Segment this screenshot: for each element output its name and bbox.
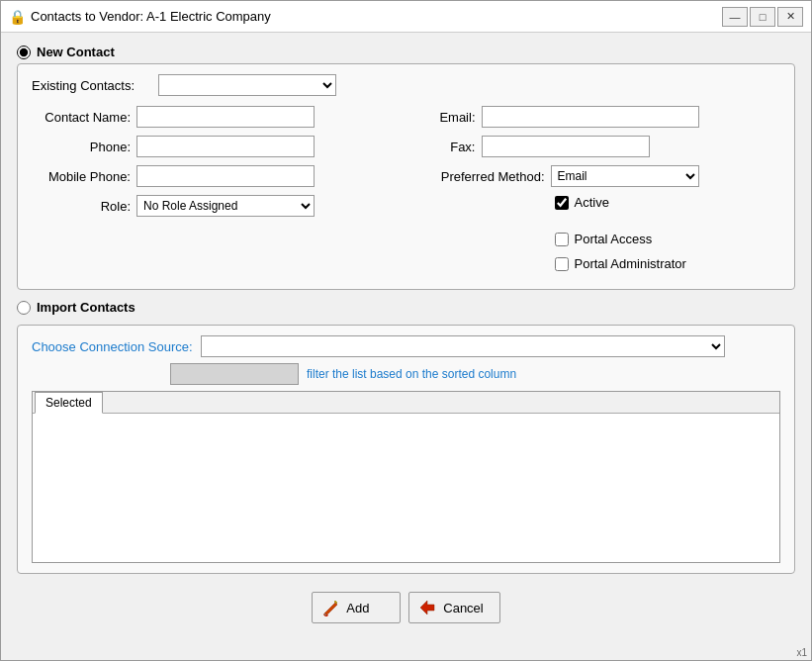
- maximize-button[interactable]: □: [750, 7, 775, 27]
- preferred-method-row: Preferred Method: Email Phone Fax Mail: [426, 165, 781, 187]
- portal-admin-row: Portal Administrator: [555, 256, 781, 271]
- form-layout: Contact Name: Phone: Mobile Phone:: [32, 106, 780, 275]
- fax-label: Fax:: [426, 140, 476, 154]
- minimize-button[interactable]: —: [722, 7, 748, 27]
- active-checkbox[interactable]: [555, 196, 569, 210]
- portal-access-label: Portal Access: [575, 232, 653, 246]
- portal-admin-checkbox[interactable]: [555, 257, 569, 271]
- email-row: Email:: [426, 106, 781, 128]
- cancel-icon: [417, 598, 437, 617]
- role-select[interactable]: No Role Assigned Manager Billing Technic…: [136, 195, 315, 217]
- active-row: Active: [555, 195, 781, 210]
- add-label: Add: [346, 601, 369, 615]
- filter-text: filter the list based on the sorted colu…: [307, 367, 516, 381]
- filter-input[interactable]: [170, 363, 299, 385]
- contact-name-row: Contact Name:: [32, 106, 387, 128]
- mobile-phone-input[interactable]: [136, 165, 315, 187]
- svg-marker-1: [324, 603, 337, 615]
- existing-contacts-select[interactable]: [158, 74, 336, 96]
- title-bar-left: 🔒 Contacts to Vendor: A-1 Electric Compa…: [9, 9, 271, 25]
- mobile-phone-row: Mobile Phone:: [32, 165, 387, 187]
- connection-source-label: Choose Connection Source:: [32, 339, 193, 354]
- import-table-area: Selected: [32, 391, 780, 563]
- preferred-method-select[interactable]: Email Phone Fax Mail: [551, 165, 699, 187]
- new-contact-section: New Contact Existing Contacts: Contact N…: [17, 45, 795, 290]
- role-row: Role: No Role Assigned Manager Billing T…: [32, 195, 387, 217]
- mobile-phone-label: Mobile Phone:: [32, 169, 131, 184]
- title-bar: 🔒 Contacts to Vendor: A-1 Electric Compa…: [1, 1, 811, 33]
- left-column: Contact Name: Phone: Mobile Phone:: [32, 106, 387, 275]
- portal-admin-label: Portal Administrator: [575, 256, 686, 271]
- main-window: 🔒 Contacts to Vendor: A-1 Electric Compa…: [0, 0, 812, 661]
- fax-input[interactable]: [482, 136, 650, 157]
- add-icon: [320, 598, 340, 617]
- button-row: Add Cancel: [17, 584, 795, 633]
- contact-name-input[interactable]: [136, 106, 315, 128]
- new-contact-box: Existing Contacts: Contact Name:: [17, 63, 795, 290]
- title-bar-controls: — □ ✕: [722, 7, 803, 27]
- main-content: New Contact Existing Contacts: Contact N…: [1, 33, 811, 645]
- phone-row: Phone:: [32, 136, 387, 157]
- new-contact-radio[interactable]: [17, 46, 31, 59]
- table-content: [33, 414, 779, 493]
- import-contacts-title: Import Contacts: [37, 300, 135, 315]
- selected-tab[interactable]: Selected: [35, 392, 103, 414]
- fax-row: Fax:: [426, 136, 781, 157]
- add-button[interactable]: Add: [312, 592, 401, 623]
- contact-name-label: Contact Name:: [32, 110, 131, 125]
- import-contacts-section: Import Contacts Choose Connection Source…: [17, 300, 795, 574]
- role-label: Role:: [32, 199, 131, 214]
- import-contacts-header: Import Contacts: [17, 300, 795, 315]
- cancel-button[interactable]: Cancel: [408, 592, 499, 623]
- email-label: Email:: [426, 110, 476, 125]
- status-bar: x1: [1, 645, 811, 660]
- email-input[interactable]: [482, 106, 699, 128]
- new-contact-header: New Contact: [17, 45, 795, 59]
- cancel-label: Cancel: [443, 601, 483, 615]
- connection-source-row: Choose Connection Source:: [32, 335, 780, 357]
- portal-access-row: Portal Access: [555, 232, 781, 246]
- import-contacts-radio[interactable]: [17, 301, 31, 315]
- filter-row: filter the list based on the sorted colu…: [32, 363, 780, 385]
- new-contact-title: New Contact: [37, 45, 115, 59]
- portal-access-checkbox[interactable]: [555, 233, 569, 246]
- connection-source-select[interactable]: [201, 335, 725, 357]
- active-label: Active: [575, 195, 609, 210]
- phone-label: Phone:: [32, 140, 131, 154]
- close-button[interactable]: ✕: [777, 7, 803, 27]
- preferred-method-label: Preferred Method:: [426, 169, 545, 184]
- svg-marker-4: [420, 601, 434, 614]
- window-title: Contacts to Vendor: A-1 Electric Company: [31, 9, 271, 24]
- phone-input[interactable]: [136, 136, 315, 157]
- existing-contacts-label: Existing Contacts:: [32, 78, 150, 93]
- right-column: Email: Fax: Preferred Method: Email Phon…: [426, 106, 781, 275]
- window-icon: 🔒: [9, 9, 25, 25]
- existing-contacts-row: Existing Contacts:: [32, 74, 780, 96]
- import-box: Choose Connection Source: filter the lis…: [17, 325, 795, 574]
